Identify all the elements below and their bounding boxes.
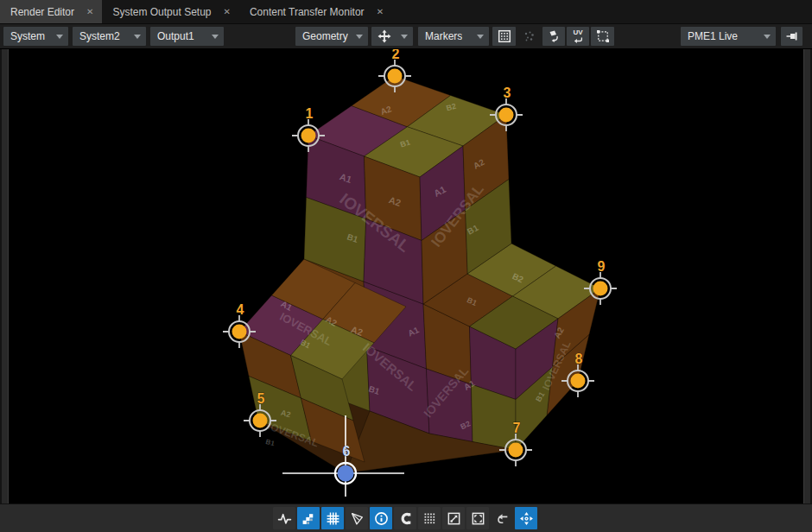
info-icon — [374, 511, 389, 526]
undo-button[interactable] — [491, 507, 513, 529]
rotate-object-icon — [547, 29, 561, 43]
marker-number-label: 4 — [237, 302, 244, 317]
move-tool-icon — [377, 29, 391, 43]
markers-select[interactable]: Markers — [418, 27, 489, 46]
marker-number-label: 7 — [513, 421, 521, 435]
viewport-left-edge — [0, 49, 9, 504]
signal-button[interactable] — [273, 507, 295, 529]
geometry-select[interactable]: Geometry — [295, 27, 368, 46]
output-select[interactable]: Output1 — [150, 27, 224, 46]
screen-move-button[interactable] — [442, 507, 465, 529]
chevron-down-icon — [356, 35, 363, 39]
system2-select-value: System2 — [73, 30, 120, 42]
uv-return-arrow-icon — [572, 36, 584, 46]
info-button[interactable] — [370, 507, 392, 529]
cone-button[interactable] — [346, 507, 368, 529]
top-toolbar: System System2 Output1 Geometry Markers … — [0, 24, 812, 49]
signal-icon — [277, 511, 292, 526]
transform-region-icon — [596, 29, 610, 43]
live-target-value: PME1 Live — [681, 30, 738, 42]
pixel-steps-icon — [301, 511, 316, 526]
render-viewport[interactable]: A2B2B1A1A2B1IOVERSALA1A2B1IOVERSALA2A1IO… — [0, 49, 812, 504]
marker-number-label: 2 — [392, 49, 400, 61]
chevron-down-icon — [477, 35, 484, 39]
navigate-button[interactable] — [515, 507, 537, 529]
grid-icon — [326, 511, 340, 526]
bottom-toolbar-buttons — [273, 507, 537, 529]
chevron-down-icon — [212, 35, 219, 39]
chevron-down-icon — [134, 35, 141, 39]
system-select[interactable]: System — [3, 27, 68, 46]
chevron-down-icon — [56, 35, 63, 39]
marker-number-label: 8 — [575, 352, 583, 366]
uv-reset-button[interactable]: UV — [567, 27, 589, 46]
cone-icon — [350, 511, 365, 526]
scatter-points-button[interactable] — [518, 27, 540, 46]
pixel-steps-button[interactable] — [297, 507, 320, 529]
scatter-points-icon — [523, 29, 536, 43]
chevron-down-icon — [401, 35, 408, 39]
tab-system-output-setup[interactable]: System Output Setup✕ — [102, 0, 238, 23]
bottom-toolbar — [0, 504, 812, 532]
tab-label: Render Editor — [10, 6, 74, 18]
pin-button[interactable] — [781, 27, 802, 46]
tab-close-icon[interactable]: ✕ — [86, 8, 93, 16]
rotate-object-button[interactable] — [542, 27, 565, 46]
system2-select[interactable]: System2 — [73, 27, 146, 46]
tab-close-icon[interactable]: ✕ — [224, 8, 231, 16]
screen-move-icon — [447, 511, 461, 526]
navigate-icon — [519, 511, 534, 526]
texture-quadrant-label: B1 — [265, 438, 276, 447]
tab-label: System Output Setup — [112, 6, 211, 18]
dot-grid-panel-icon — [498, 29, 511, 43]
marker-number-label: 3 — [504, 86, 511, 100]
geometry-select-value: Geometry — [295, 30, 348, 42]
viewport-right-edge — [803, 49, 812, 504]
expand-corners-icon — [471, 511, 485, 526]
viewport-canvas: A2B2B1A1A2B1IOVERSALA1A2B1IOVERSALA2A1IO… — [0, 49, 812, 504]
pin-icon — [785, 29, 799, 43]
tab-label: Content Transfer Monitor — [250, 6, 365, 18]
magnet-icon — [398, 511, 413, 526]
marker-number-label: 6 — [343, 444, 351, 459]
expand-corners-button[interactable] — [466, 507, 489, 529]
tab-content-transfer-monitor[interactable]: Content Transfer Monitor✕ — [239, 0, 392, 23]
grid-button[interactable] — [321, 507, 344, 529]
dot-grid-icon — [422, 511, 437, 526]
marker-number-label: 1 — [306, 106, 314, 121]
marker-number-label: 5 — [257, 391, 265, 406]
tab-close-icon[interactable]: ✕ — [377, 8, 384, 16]
dot-grid-panel-button[interactable] — [492, 27, 516, 46]
magnet-button[interactable] — [394, 507, 416, 529]
uv-label: UV — [573, 28, 582, 36]
chevron-down-icon — [764, 35, 771, 39]
tab-render-editor[interactable]: Render Editor✕ — [0, 0, 102, 23]
dot-grid-button[interactable] — [418, 507, 441, 529]
transform-region-button[interactable] — [591, 27, 614, 46]
live-target-select[interactable]: PME1 Live — [681, 27, 776, 46]
system-select-value: System — [3, 30, 45, 42]
output-select-value: Output1 — [150, 30, 194, 42]
tab-bar: Render Editor✕System Output Setup✕Conten… — [0, 0, 812, 24]
move-tool-select[interactable] — [371, 27, 413, 46]
marker-number-label: 9 — [598, 259, 606, 274]
markers-select-value: Markers — [418, 30, 462, 42]
undo-icon — [495, 511, 510, 526]
